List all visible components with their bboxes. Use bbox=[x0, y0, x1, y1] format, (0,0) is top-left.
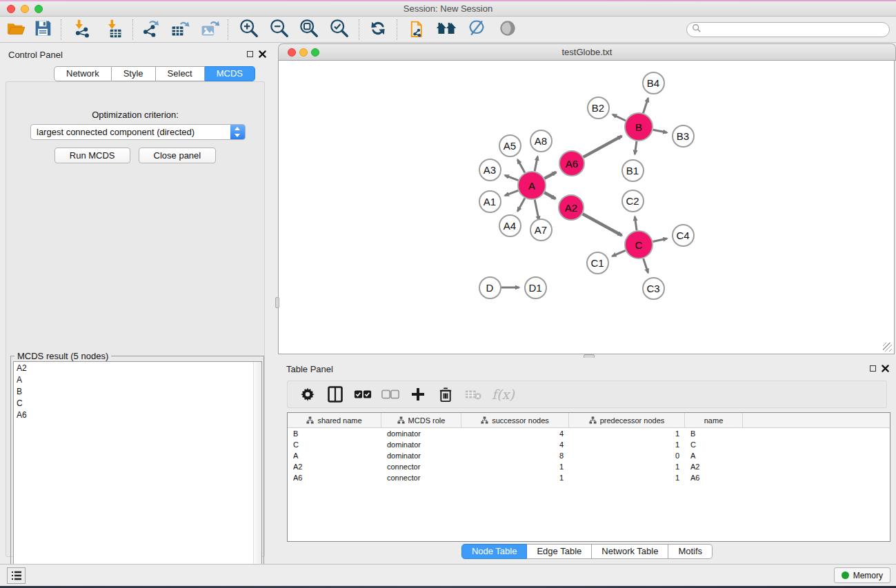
delete-table-button[interactable] bbox=[464, 385, 482, 403]
resize-grip[interactable] bbox=[883, 343, 892, 352]
table-cell[interactable]: 1 bbox=[569, 463, 685, 471]
network-maximize-button[interactable] bbox=[311, 48, 319, 57]
graph-node[interactable]: A8 bbox=[530, 130, 552, 152]
add-column-button[interactable] bbox=[409, 385, 427, 403]
table-cell[interactable]: C bbox=[685, 440, 743, 449]
table-cell[interactable]: C bbox=[288, 440, 381, 449]
export-network-button[interactable] bbox=[138, 19, 163, 41]
table-cell[interactable]: B bbox=[288, 429, 381, 438]
graph-node[interactable]: B4 bbox=[642, 72, 665, 94]
tab-node-table[interactable]: Node Table bbox=[461, 544, 528, 559]
graph-node[interactable]: B2 bbox=[587, 97, 610, 119]
show-graphics-details-button[interactable] bbox=[495, 19, 520, 41]
graph-node[interactable]: C2 bbox=[621, 190, 644, 212]
result-item[interactable]: C bbox=[14, 397, 261, 409]
close-window-button[interactable] bbox=[7, 5, 15, 13]
graph-node-connector[interactable]: A2 bbox=[558, 194, 584, 221]
graph-node[interactable]: B1 bbox=[621, 159, 644, 182]
graph-node-dominator[interactable]: B bbox=[624, 112, 653, 141]
graph-node[interactable]: A3 bbox=[479, 159, 501, 181]
network-window-titlebar[interactable]: testGlobe.txt bbox=[278, 43, 896, 61]
export-image-button[interactable] bbox=[197, 19, 222, 41]
graph-node[interactable]: D1 bbox=[524, 276, 547, 299]
table-row[interactable]: B dominator 4 1 B bbox=[288, 428, 890, 439]
result-scrollbar[interactable] bbox=[253, 362, 261, 588]
zoom-in-button[interactable] bbox=[237, 19, 261, 41]
graph-node[interactable]: C3 bbox=[642, 277, 665, 300]
tab-network-table[interactable]: Network Table bbox=[592, 544, 668, 559]
graph-node[interactable]: B3 bbox=[672, 125, 695, 148]
tab-edge-table[interactable]: Edge Table bbox=[527, 544, 592, 559]
column-header-mcds-role[interactable]: MCDS role bbox=[381, 413, 461, 427]
table-cell[interactable]: 0 bbox=[569, 452, 685, 460]
tab-style[interactable]: Style bbox=[112, 66, 156, 81]
zoom-selected-button[interactable] bbox=[327, 19, 352, 41]
table-cell[interactable]: dominator bbox=[381, 452, 461, 460]
table-cell[interactable]: A2 bbox=[685, 463, 743, 471]
zoom-out-button[interactable] bbox=[267, 19, 292, 41]
tab-select[interactable]: Select bbox=[156, 66, 205, 81]
column-header-successor-nodes[interactable]: successor nodes bbox=[461, 413, 569, 427]
table-cell[interactable]: A2 bbox=[288, 463, 381, 471]
tab-network[interactable]: Network bbox=[54, 66, 112, 81]
show-panels-button[interactable] bbox=[7, 567, 26, 584]
search-input[interactable] bbox=[701, 25, 889, 34]
import-network-button[interactable] bbox=[70, 19, 94, 41]
export-table-button[interactable] bbox=[168, 19, 192, 41]
result-item[interactable]: A2 bbox=[14, 362, 261, 374]
table-cell[interactable]: 1 bbox=[569, 429, 685, 438]
column-header-shared-name[interactable]: shared name bbox=[288, 413, 381, 427]
graph-node-connector[interactable]: A6 bbox=[559, 150, 585, 176]
close-panel-icon[interactable] bbox=[259, 50, 266, 58]
minimize-window-button[interactable] bbox=[21, 5, 29, 13]
maximize-window-button[interactable] bbox=[34, 5, 43, 13]
float-panel-icon[interactable] bbox=[247, 51, 253, 57]
new-network-from-selection-button[interactable] bbox=[406, 19, 431, 41]
import-table-button[interactable] bbox=[101, 19, 126, 41]
result-item[interactable]: A bbox=[14, 374, 261, 385]
save-session-button[interactable] bbox=[30, 19, 55, 41]
graph-node-dominator[interactable]: A bbox=[517, 171, 546, 200]
hide-labels-button[interactable] bbox=[464, 19, 489, 41]
column-header-name[interactable]: name bbox=[685, 413, 743, 427]
tab-motifs[interactable]: Motifs bbox=[668, 544, 713, 559]
deselect-all-columns-button[interactable] bbox=[381, 385, 399, 403]
table-cell[interactable]: 1 bbox=[569, 474, 685, 482]
column-header-predecessor-nodes[interactable]: predecessor nodes bbox=[569, 413, 685, 427]
delete-column-button[interactable] bbox=[437, 385, 455, 403]
result-item[interactable]: B bbox=[14, 385, 261, 397]
node-table[interactable]: shared name MCDS role successor nodes pr… bbox=[287, 412, 890, 542]
close-panel-button[interactable]: Close panel bbox=[139, 148, 217, 163]
table-cell[interactable]: 4 bbox=[461, 440, 569, 449]
network-close-button[interactable] bbox=[288, 48, 296, 57]
table-cell[interactable]: A6 bbox=[685, 474, 743, 482]
table-row[interactable]: A6 connector 1 1 A6 bbox=[288, 472, 890, 483]
mcds-result-list[interactable]: A2 A B C A6 bbox=[13, 361, 262, 588]
run-mcds-button[interactable]: Run MCDS bbox=[54, 148, 130, 163]
table-cell[interactable]: A bbox=[685, 452, 743, 460]
table-row[interactable]: C dominator 4 1 C bbox=[288, 439, 890, 450]
graph-node[interactable]: A4 bbox=[499, 214, 521, 237]
home-button[interactable] bbox=[434, 19, 459, 41]
graph-node[interactable]: D bbox=[479, 276, 501, 299]
column-view-button[interactable] bbox=[326, 385, 344, 403]
table-cell[interactable]: dominator bbox=[381, 429, 461, 438]
select-all-columns-button[interactable] bbox=[354, 385, 372, 403]
criterion-dropdown[interactable]: largest connected component (directed) bbox=[30, 124, 246, 140]
graph-node[interactable]: A1 bbox=[479, 190, 501, 213]
network-canvas[interactable]: B4 B2 B B3 A5 A8 A6 B1 A3 A A1 C2 A2 A4 … bbox=[278, 61, 895, 354]
refresh-view-button[interactable] bbox=[366, 19, 390, 41]
vertical-split-handle[interactable] bbox=[275, 297, 279, 308]
table-cell[interactable]: 1 bbox=[461, 463, 569, 471]
tab-mcds[interactable]: MCDS bbox=[205, 66, 255, 81]
zoom-fit-button[interactable] bbox=[297, 19, 321, 41]
table-cell[interactable]: 4 bbox=[461, 429, 569, 438]
float-panel-icon[interactable] bbox=[870, 365, 876, 372]
table-cell[interactable]: 1 bbox=[569, 440, 685, 449]
table-cell[interactable]: 8 bbox=[461, 452, 569, 460]
graph-node[interactable]: A5 bbox=[499, 134, 521, 157]
table-cell[interactable]: 1 bbox=[461, 474, 569, 482]
table-cell[interactable]: connector bbox=[381, 463, 461, 471]
table-row[interactable]: A2 connector 1 1 A2 bbox=[288, 461, 890, 472]
table-cell[interactable]: A bbox=[288, 452, 381, 460]
